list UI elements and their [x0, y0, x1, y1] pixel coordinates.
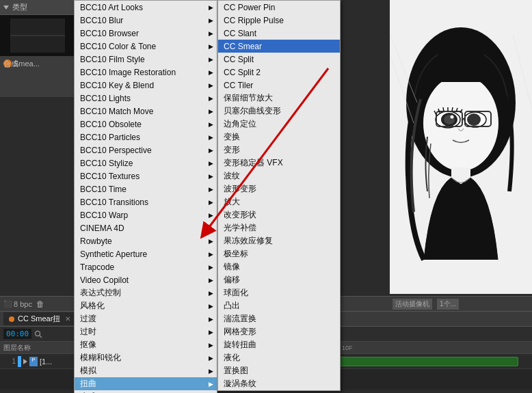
- name-label-row: 合成: [0, 57, 75, 70]
- menu1-item-22[interactable]: 表达式控制: [75, 286, 217, 299]
- menu2-item-2[interactable]: CC Slant: [218, 27, 340, 40]
- menu1-item-19[interactable]: Synthetic Aperture: [75, 247, 217, 260]
- comp-tab-icon: [9, 316, 14, 322]
- menu1-item-7[interactable]: BCC10 Lights: [75, 92, 217, 105]
- menu1-item-28[interactable]: 模拟: [75, 364, 217, 377]
- menu2-item-16[interactable]: 改变形状: [218, 208, 340, 221]
- menu1-item-15[interactable]: BCC10 Transitions: [75, 195, 217, 208]
- svg-point-20: [36, 331, 40, 336]
- menu2-item-4[interactable]: CC Split: [218, 53, 340, 66]
- menu1-item-17[interactable]: CINEMA 4D: [75, 221, 217, 234]
- menu2-item-23[interactable]: 凸出: [218, 299, 340, 312]
- layer-number: 1: [2, 357, 16, 365]
- menu1-item-23[interactable]: 风格化: [75, 299, 217, 312]
- view-count-label[interactable]: 1个...: [437, 299, 459, 310]
- svg-point-10: [451, 116, 454, 119]
- menu1-item-0[interactable]: BCC10 Art Looks: [75, 1, 217, 14]
- menu1-item-4[interactable]: BCC10 Film Style: [75, 53, 217, 66]
- menu1-item-12[interactable]: BCC10 Stylize: [75, 157, 217, 170]
- menu1-item-20[interactable]: Trapcode: [75, 260, 217, 273]
- menu1-item-24[interactable]: 过渡: [75, 312, 217, 325]
- viewer-controls: 活动摄像机 1个...: [390, 296, 532, 311]
- arrow-down-icon: [3, 5, 9, 10]
- menu2-item-8[interactable]: 贝塞尔曲线变形: [218, 105, 340, 118]
- preview-svg: [10, 18, 65, 53]
- menu2-item-19[interactable]: 极坐标: [218, 247, 340, 260]
- bpc-icon: ⬛: [3, 300, 12, 308]
- layer-color: [18, 356, 21, 367]
- timeline-tab-active[interactable]: CC Smear扭 ✕: [3, 312, 77, 325]
- menu2-item-15[interactable]: 放大: [218, 195, 340, 208]
- menu2-item-1[interactable]: CC Ripple Pulse: [218, 14, 340, 27]
- bottom-status-left: ⬛ 8 bpc 🗑: [0, 296, 75, 311]
- menu2-item-0[interactable]: CC Power Pin: [218, 1, 340, 14]
- menu2-item-28[interactable]: 置换图: [218, 364, 340, 377]
- menu1-item-1[interactable]: BCC10 Blur: [75, 14, 217, 27]
- menu1-item-8[interactable]: BCC10 Match Move: [75, 105, 217, 118]
- menu2-item-14[interactable]: 波形变形: [218, 182, 340, 195]
- smear-preview: [0, 15, 75, 56]
- menu1-item-14[interactable]: BCC10 Time: [75, 182, 217, 195]
- camera-label[interactable]: 活动摄像机: [393, 299, 432, 310]
- menu2-item-3[interactable]: CC Smear: [218, 40, 340, 53]
- ruler-10f2: 10F: [342, 344, 353, 351]
- menu1-item-2[interactable]: BCC10 Browser: [75, 27, 217, 40]
- layer-item-name: [1...: [40, 357, 52, 366]
- time-indicator[interactable]: 00:00: [3, 329, 31, 339]
- menu2-item-24[interactable]: 湍流置换: [218, 312, 340, 325]
- svg-point-6: [423, 75, 498, 171]
- project-panel-header: 类型: [0, 0, 75, 15]
- menu2-item-11[interactable]: 变形: [218, 144, 340, 157]
- menu2-item-29[interactable]: 漩涡条纹: [218, 377, 340, 390]
- trash-icon[interactable]: 🗑: [36, 299, 44, 309]
- menu2-item-18[interactable]: 果冻效应修复: [218, 234, 340, 247]
- menu1-item-11[interactable]: BCC10 Perspective: [75, 144, 217, 157]
- bpc-label: 8 bpc: [14, 300, 32, 308]
- close-tab-icon[interactable]: ✕: [65, 315, 70, 323]
- manga-face-viewer: [390, 0, 532, 294]
- menu2-item-20[interactable]: 镜像: [218, 260, 340, 273]
- menu2-item-12[interactable]: 变形稳定器 VFX: [218, 157, 340, 170]
- menu2-item-22[interactable]: 球面化: [218, 286, 340, 299]
- menu1-item-10[interactable]: BCC10 Particles: [75, 131, 217, 144]
- expand-icon[interactable]: [23, 359, 27, 364]
- svg-point-12: [467, 113, 481, 126]
- menu2-item-26[interactable]: 旋转扭曲: [218, 338, 340, 351]
- menu1-item-6[interactable]: BCC10 Key & Blend: [75, 79, 217, 92]
- effects-menu-container: BCC10 Art LooksBCC10 BlurBCC10 BrowserBC…: [74, 0, 217, 393]
- comp-tab-label: CC Smear扭: [18, 314, 60, 323]
- menu2-item-17[interactable]: 光学补偿: [218, 221, 340, 234]
- menu1-item-13[interactable]: BCC10 Textures: [75, 170, 217, 182]
- name-label: 合成: [3, 59, 18, 69]
- menu1-item-21[interactable]: Video Copilot: [75, 273, 217, 286]
- menu1-item-25[interactable]: 过时: [75, 325, 217, 338]
- menu1-item-5[interactable]: BCC10 Image Restoration: [75, 66, 217, 79]
- menu1-item-29[interactable]: 扭曲: [75, 377, 217, 390]
- menu1-item-26[interactable]: 抠像: [75, 338, 217, 351]
- menu2-item-13[interactable]: 波纹: [218, 170, 340, 182]
- menu1-item-16[interactable]: BCC10 Warp: [75, 208, 217, 221]
- menu2-item-9[interactable]: 边角定位: [218, 118, 340, 131]
- menu2-items-container: CC Power PinCC Ripple PulseCC SlantCC Sm…: [218, 1, 340, 390]
- menu1-item-9[interactable]: BCC10 Obsolete: [75, 118, 217, 131]
- menu2-item-25[interactable]: 网格变形: [218, 325, 340, 338]
- menu1-item-18[interactable]: Rowbyte: [75, 234, 217, 247]
- svg-line-21: [40, 335, 42, 338]
- menu1-items-container: BCC10 Art LooksBCC10 BlurBCC10 BrowserBC…: [75, 1, 217, 393]
- effects-menu-col2: CC Power PinCC Ripple PulseCC SlantCC Sm…: [217, 0, 341, 391]
- menu2-item-5[interactable]: CC Split 2: [218, 66, 340, 79]
- type-label: 类型: [12, 2, 27, 12]
- menu1-item-27[interactable]: 模糊和锐化: [75, 351, 217, 364]
- manga-illustration: [390, 0, 532, 294]
- layer-file-icon: P: [29, 357, 38, 366]
- menu2-item-21[interactable]: 偏移: [218, 273, 340, 286]
- menu1-item-3[interactable]: BCC10 Color & Tone: [75, 40, 217, 53]
- menu2-item-7[interactable]: 保留细节放大: [218, 92, 340, 105]
- effects-menu-col1: BCC10 Art LooksBCC10 BlurBCC10 BrowserBC…: [74, 0, 217, 393]
- menu2-item-10[interactable]: 变换: [218, 131, 340, 144]
- menu2-item-27[interactable]: 液化: [218, 351, 340, 364]
- project-panel: 类型 P PNG 文件 Smea... 合成: [0, 0, 75, 97]
- search-icon[interactable]: [34, 330, 42, 338]
- menu2-item-6[interactable]: CC Tiler: [218, 79, 340, 92]
- menu1-item-30[interactable]: 生成: [75, 390, 217, 393]
